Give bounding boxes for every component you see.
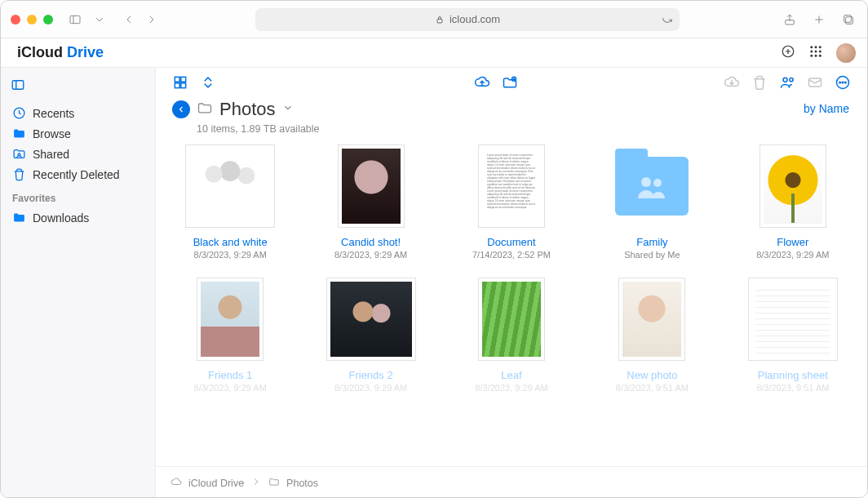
folder-icon bbox=[197, 100, 213, 119]
svg-point-38 bbox=[842, 82, 844, 83]
svg-point-11 bbox=[810, 46, 813, 48]
svg-rect-25 bbox=[181, 77, 186, 82]
view-options-icon[interactable] bbox=[200, 74, 216, 94]
svg-point-17 bbox=[810, 54, 813, 56]
file-meta: 8/3/2023, 9:29 AM bbox=[194, 250, 267, 260]
content-area: Photos 10 items, 1.89 TB available by Na… bbox=[156, 68, 867, 498]
file-item[interactable]: Black and white 8/3/2023, 9:29 AM bbox=[164, 145, 296, 260]
file-name: Black and white bbox=[193, 236, 268, 248]
file-item[interactable]: Flower 8/3/2023, 9:29 AM bbox=[727, 145, 859, 260]
file-item[interactable]: Friends 2 8/3/2023, 9:29 AM bbox=[304, 278, 436, 393]
address-bar[interactable]: icloud.com bbox=[255, 8, 680, 31]
file-item[interactable]: New photo 8/3/2023, 9:51 AM bbox=[586, 278, 718, 393]
nav-forward-button[interactable] bbox=[143, 11, 161, 28]
file-meta: 7/14/2023, 2:52 PM bbox=[472, 250, 551, 260]
file-name: Leaf bbox=[501, 369, 521, 381]
new-tab-icon[interactable] bbox=[810, 11, 828, 28]
email-icon[interactable] bbox=[807, 74, 823, 94]
svg-point-39 bbox=[845, 82, 847, 83]
file-item[interactable]: Friends 1 8/3/2023, 9:29 AM bbox=[164, 278, 296, 393]
new-item-icon[interactable] bbox=[781, 44, 795, 62]
address-text: icloud.com bbox=[450, 13, 500, 25]
svg-point-18 bbox=[815, 54, 817, 56]
thumbnail-image bbox=[342, 149, 401, 224]
file-meta: 8/3/2023, 9:29 AM bbox=[756, 250, 829, 260]
sidebar-item-recents[interactable]: Recents bbox=[6, 103, 150, 123]
share-collab-icon[interactable] bbox=[779, 74, 795, 94]
sidebar-item-downloads[interactable]: Downloads bbox=[6, 207, 150, 228]
svg-rect-6 bbox=[846, 16, 853, 24]
account-avatar[interactable] bbox=[836, 43, 856, 63]
view-grid-icon[interactable] bbox=[172, 74, 188, 94]
sidebar-item-recently-deleted[interactable]: Recently Deleted bbox=[6, 164, 150, 185]
sidebar-toggle-icon[interactable] bbox=[66, 11, 84, 28]
minimize-window-button[interactable] bbox=[27, 15, 37, 24]
file-item[interactable]: Family Shared by Me bbox=[586, 145, 718, 260]
delete-icon[interactable] bbox=[751, 74, 768, 94]
title-chevron-icon[interactable] bbox=[282, 102, 294, 117]
download-icon[interactable] bbox=[724, 74, 740, 94]
upload-icon[interactable] bbox=[474, 74, 490, 94]
svg-rect-26 bbox=[175, 83, 179, 88]
sort-button[interactable]: by Name bbox=[804, 102, 849, 115]
svg-point-33 bbox=[783, 78, 787, 82]
file-meta: 8/3/2023, 9:29 AM bbox=[334, 383, 407, 393]
file-meta: 8/3/2023, 9:29 AM bbox=[194, 383, 267, 393]
svg-point-14 bbox=[810, 50, 813, 52]
svg-point-37 bbox=[839, 82, 841, 83]
thumbnail-image bbox=[201, 282, 259, 357]
new-folder-icon[interactable] bbox=[502, 74, 518, 94]
chevron-right-icon bbox=[250, 476, 262, 490]
toolbar bbox=[156, 68, 867, 97]
close-window-button[interactable] bbox=[11, 15, 20, 24]
thumbnail-image bbox=[622, 282, 681, 357]
sidebar-item-browse[interactable]: Browse bbox=[6, 123, 150, 144]
brand[interactable]: iCloud Drive bbox=[12, 44, 104, 61]
share-icon[interactable] bbox=[781, 11, 799, 28]
sidebar-item-shared[interactable]: Shared bbox=[6, 144, 150, 164]
sidebar-label: Recents bbox=[33, 107, 74, 120]
svg-point-13 bbox=[819, 46, 822, 48]
file-name: Planning sheet bbox=[758, 369, 828, 381]
thumbnail-document: Lorem ipsum dolor sit amet consectetur a… bbox=[482, 149, 541, 224]
sidebar-label: Recently Deleted bbox=[33, 168, 120, 181]
file-meta: 8/3/2023, 9:29 AM bbox=[334, 250, 407, 260]
file-item[interactable]: Lorem ipsum dolor sit amet consectetur a… bbox=[445, 145, 578, 260]
file-item[interactable]: Leaf 8/3/2023, 9:29 AM bbox=[445, 278, 578, 393]
thumbnail-image bbox=[189, 149, 271, 224]
file-meta: 8/3/2023, 9:29 AM bbox=[475, 383, 547, 393]
tabs-overview-icon[interactable] bbox=[839, 11, 857, 28]
back-button[interactable] bbox=[172, 100, 190, 118]
browser-chrome: icloud.com bbox=[1, 1, 867, 38]
svg-rect-0 bbox=[70, 16, 80, 23]
sidebar-collapse-icon[interactable] bbox=[11, 78, 25, 95]
maximize-window-button[interactable] bbox=[43, 15, 53, 24]
file-name: Friends 2 bbox=[348, 369, 392, 381]
brand-word-icloud: iCloud bbox=[17, 44, 63, 60]
svg-rect-20 bbox=[12, 81, 24, 90]
page-subtitle: 10 items, 1.89 TB available bbox=[156, 123, 867, 135]
file-meta: Shared by Me bbox=[624, 250, 680, 260]
folder-small-icon bbox=[268, 476, 280, 490]
thumbnail-folder bbox=[615, 157, 689, 216]
thumbnail-image bbox=[330, 282, 412, 357]
page-title: Photos bbox=[219, 99, 276, 120]
breadcrumb-root[interactable]: iCloud Drive bbox=[188, 478, 244, 489]
svg-point-16 bbox=[819, 50, 822, 52]
svg-point-40 bbox=[641, 177, 651, 187]
more-icon[interactable] bbox=[835, 74, 851, 94]
chevron-down-icon[interactable] bbox=[91, 11, 108, 28]
app-grid-icon[interactable] bbox=[808, 44, 823, 62]
breadcrumb-bar: iCloud Drive Photos bbox=[156, 466, 867, 498]
file-item[interactable]: Candid shot! 8/3/2023, 9:29 AM bbox=[304, 145, 436, 260]
svg-rect-24 bbox=[175, 77, 179, 82]
file-item[interactable]: Planning sheet 8/3/2023, 9:51 AM bbox=[727, 278, 859, 393]
svg-rect-27 bbox=[181, 83, 186, 88]
cloud-icon bbox=[170, 476, 182, 490]
file-name: Friends 1 bbox=[208, 369, 252, 381]
reload-icon[interactable] bbox=[662, 12, 673, 26]
nav-back-button[interactable] bbox=[120, 11, 138, 28]
breadcrumb-current[interactable]: Photos bbox=[286, 478, 318, 489]
file-name: New photo bbox=[627, 369, 677, 381]
svg-point-41 bbox=[653, 179, 662, 187]
